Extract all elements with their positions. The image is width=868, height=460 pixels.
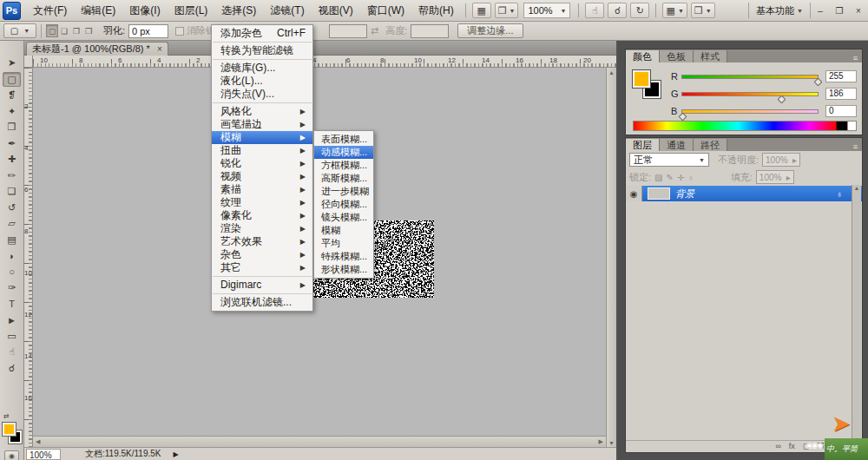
menu-item-转换为智能滤镜[interactable]: 转换为智能滤镜 bbox=[212, 44, 312, 57]
menubar-item[interactable]: 编辑(E) bbox=[74, 0, 122, 22]
zoom-level-box[interactable]: 100% ▼ bbox=[523, 3, 570, 18]
shape-tool[interactable]: ▭ bbox=[3, 329, 21, 344]
rotate-view-icon[interactable]: ↻ bbox=[630, 3, 649, 18]
antialias-checkbox[interactable] bbox=[175, 27, 184, 36]
subtract-selection-icon[interactable]: ❐ bbox=[70, 24, 82, 37]
foreground-color-swatch[interactable] bbox=[633, 70, 650, 88]
restore-button[interactable]: ❐ bbox=[832, 3, 847, 17]
intersect-selection-icon[interactable]: ❒ bbox=[82, 24, 95, 37]
menu-item-平均[interactable]: 平均 bbox=[314, 237, 373, 250]
zoom-tool[interactable]: ☌ bbox=[3, 361, 21, 376]
view-extras-icon[interactable]: ❐▼ bbox=[495, 3, 519, 18]
menu-item-艺术效果[interactable]: 艺术效果▶ bbox=[212, 235, 312, 248]
arrange-documents-icon[interactable]: ▦▼ bbox=[662, 3, 687, 18]
menu-item-杂色[interactable]: 杂色▶ bbox=[212, 248, 312, 261]
lock-transparency-icon[interactable]: ▨ bbox=[654, 173, 662, 182]
menu-item-滤镜库G[interactable]: 滤镜库(G)... bbox=[212, 62, 312, 75]
menu-item-动感模糊[interactable]: 动感模糊... bbox=[314, 146, 373, 159]
menu-item-素描[interactable]: 素描▶ bbox=[212, 183, 312, 196]
vertical-scrollbar[interactable]: ▲▼ bbox=[606, 68, 616, 448]
menu-item-方框模糊[interactable]: 方框模糊... bbox=[314, 159, 373, 172]
eraser-tool[interactable]: ▱ bbox=[3, 216, 21, 231]
add-selection-icon[interactable]: ❏ bbox=[58, 24, 70, 37]
menubar-item[interactable]: 帮助(H) bbox=[411, 0, 461, 22]
lock-position-icon[interactable]: ✛ bbox=[677, 173, 684, 182]
gradient-tool[interactable]: ▤ bbox=[3, 233, 21, 247]
menu-item-纹理[interactable]: 纹理▶ bbox=[212, 196, 312, 209]
close-button[interactable]: × bbox=[851, 3, 866, 17]
opacity-input[interactable]: 100% ▸ bbox=[762, 153, 800, 167]
layers-panel-tab-通道[interactable]: 通道 bbox=[660, 139, 694, 151]
menu-item-特殊模糊[interactable]: 特殊模糊... bbox=[314, 250, 373, 263]
fill-input[interactable]: 100% ▸ bbox=[756, 170, 794, 184]
menu-item-像素化[interactable]: 像素化▶ bbox=[212, 209, 312, 222]
minimize-button[interactable]: – bbox=[812, 3, 828, 17]
crop-tool[interactable]: ❒ bbox=[3, 120, 21, 135]
slider-thumb[interactable] bbox=[777, 95, 786, 103]
channel-value-input[interactable]: 255 bbox=[825, 70, 857, 82]
color-panel-tab-颜色[interactable]: 颜色 bbox=[626, 50, 660, 62]
menu-item-模糊[interactable]: 模糊 bbox=[314, 224, 373, 237]
tab-close-icon[interactable]: × bbox=[157, 44, 162, 54]
menu-item-进一步模糊[interactable]: 进一步模糊 bbox=[314, 185, 373, 198]
rectangular-marquee-tool[interactable]: ▢ bbox=[3, 72, 21, 87]
layers-scrollbar[interactable]: ▲ bbox=[852, 185, 861, 438]
pen-tool[interactable]: ✑ bbox=[3, 280, 21, 295]
blur-tool[interactable]: ◗ bbox=[3, 248, 21, 263]
layers-panel-tab-路径[interactable]: 路径 bbox=[694, 139, 727, 151]
menubar-item[interactable]: 图像(I) bbox=[122, 0, 167, 22]
menu-item-扭曲[interactable]: 扭曲▶ bbox=[212, 144, 312, 157]
menu-item-Digimarc[interactable]: Digimarc▶ bbox=[212, 279, 312, 292]
brush-tool[interactable]: ✏ bbox=[3, 168, 21, 183]
feather-input[interactable]: 0 px bbox=[128, 24, 168, 38]
quick-mask-button[interactable]: ◉ bbox=[4, 450, 19, 460]
status-zoom-input[interactable]: 100% bbox=[26, 449, 61, 460]
panel-menu-icon[interactable]: ≡ bbox=[849, 142, 862, 151]
layer-visibility-toggle[interactable]: ◉ bbox=[626, 186, 642, 201]
color-panel-tab-样式[interactable]: 样式 bbox=[694, 50, 727, 62]
slider-thumb[interactable] bbox=[814, 77, 823, 86]
hand-tool-icon[interactable]: ☝ bbox=[585, 3, 604, 18]
document-tab[interactable]: 未标题-1 @ 100%(RGB/8) * × bbox=[26, 42, 168, 56]
history-brush-tool[interactable]: ↺ bbox=[3, 200, 21, 215]
color-spectrum-ramp[interactable] bbox=[633, 121, 857, 131]
slider-track-R[interactable] bbox=[681, 75, 819, 79]
menubar-item[interactable]: 窗口(W) bbox=[360, 0, 411, 22]
channel-value-input[interactable]: 186 bbox=[825, 88, 857, 100]
menu-item-渲染[interactable]: 渲染▶ bbox=[212, 222, 312, 235]
layer-thumbnail[interactable] bbox=[648, 187, 670, 200]
slider-track-G[interactable] bbox=[681, 92, 819, 96]
tool-preset-picker[interactable]: ▢ ▼ bbox=[3, 23, 36, 38]
swap-dimensions-icon[interactable]: ⇄ bbox=[371, 25, 378, 36]
launch-bridge-icon[interactable]: ▦ bbox=[472, 3, 491, 18]
hand-tool[interactable]: ☝ bbox=[3, 345, 21, 359]
lock-all-icon[interactable]: ♁ bbox=[687, 173, 694, 182]
slider-track-B[interactable] bbox=[681, 109, 819, 114]
clone-stamp-tool[interactable]: ❏ bbox=[3, 184, 21, 199]
move-tool[interactable]: ➤ bbox=[3, 56, 21, 70]
horizontal-scrollbar[interactable]: ◀▶ bbox=[33, 436, 606, 447]
screen-mode-icon[interactable]: ❒▼ bbox=[691, 3, 715, 18]
type-tool[interactable]: T bbox=[3, 297, 21, 312]
link-layers-icon[interactable]: ∞ bbox=[775, 442, 780, 452]
menu-item-锐化[interactable]: 锐化▶ bbox=[212, 157, 312, 170]
menubar-item[interactable]: 图层(L) bbox=[168, 0, 215, 22]
status-menu-arrow[interactable]: ▶ bbox=[173, 450, 178, 458]
menubar-item[interactable]: 文件(F) bbox=[26, 0, 74, 22]
menu-item-添加杂色[interactable]: 添加杂色Ctrl+F bbox=[212, 27, 312, 40]
healing-brush-tool[interactable]: ✚ bbox=[3, 152, 21, 167]
height-input[interactable] bbox=[411, 24, 449, 38]
lock-paint-icon[interactable]: ✎ bbox=[667, 173, 674, 182]
menubar-item[interactable]: 视图(V) bbox=[312, 0, 360, 22]
blend-mode-select[interactable]: 正常 ▼ bbox=[629, 153, 709, 167]
menu-item-形状模糊[interactable]: 形状模糊... bbox=[314, 263, 373, 276]
workspace-switcher[interactable]: 基本功能 ▼ bbox=[748, 3, 811, 18]
dodge-tool[interactable]: ○ bbox=[3, 265, 21, 279]
menu-item-风格化[interactable]: 风格化▶ bbox=[212, 105, 312, 118]
menu-item-画笔描边[interactable]: 画笔描边▶ bbox=[212, 118, 312, 131]
layer-row-background[interactable]: ◉ 背景 ♁ bbox=[626, 186, 862, 201]
new-selection-icon[interactable]: ▢ bbox=[46, 24, 58, 37]
eyedropper-tool[interactable]: ✒ bbox=[3, 136, 21, 151]
menu-item-液化L[interactable]: 液化(L)... bbox=[212, 75, 312, 88]
quick-selection-tool[interactable]: ✦ bbox=[3, 104, 21, 119]
